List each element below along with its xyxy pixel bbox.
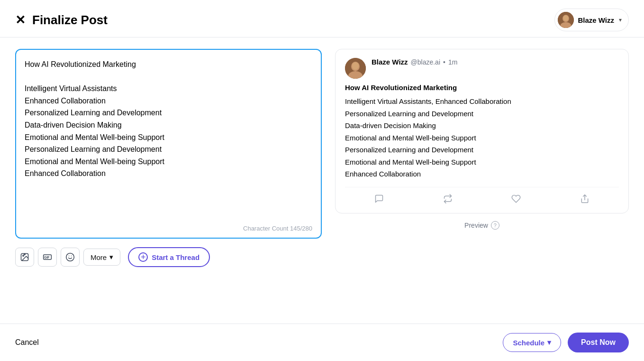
like-button[interactable] xyxy=(506,191,526,206)
schedule-button[interactable]: Schedule ▾ xyxy=(503,333,561,352)
post-editor[interactable]: How AI Revolutionized Marketing Intellig… xyxy=(25,58,312,221)
tweet-time: • xyxy=(443,58,445,66)
user-account-button[interactable]: Blaze Wizz ▾ xyxy=(554,9,629,31)
editor-toolbar: GIF More ▾ + Start a Thread xyxy=(15,247,322,267)
svg-point-3 xyxy=(563,15,569,21)
tweet-display-name: Blaze Wizz xyxy=(372,58,408,66)
reply-button[interactable] xyxy=(369,191,390,206)
x-logo-icon: ✕ xyxy=(15,14,26,26)
tweet-body: Intelligent Virtual Assistants, Enhanced… xyxy=(345,95,619,180)
schedule-label: Schedule xyxy=(513,339,544,347)
tweet-actions xyxy=(345,187,619,206)
editor-wrapper: How AI Revolutionized Marketing Intellig… xyxy=(15,49,322,239)
add-image-button[interactable] xyxy=(15,248,34,267)
footer-right: Schedule ▾ Post Now xyxy=(503,333,629,352)
header: ✕ Finalize Post Blaze Wizz ▾ xyxy=(0,0,644,37)
tweet-timestamp: 1m xyxy=(448,58,457,66)
preview-help-icon[interactable]: ? xyxy=(491,221,499,230)
editor-panel: How AI Revolutionized Marketing Intellig… xyxy=(15,49,322,324)
add-emoji-button[interactable] xyxy=(61,248,80,267)
cancel-button[interactable]: Cancel xyxy=(15,334,39,351)
tweet-title: How AI Revolutionized Marketing xyxy=(345,83,619,92)
more-button[interactable]: More ▾ xyxy=(83,249,120,266)
preview-panel: Blaze Wizz @blaze.ai • 1m How AI Revolut… xyxy=(335,49,629,324)
start-thread-button[interactable]: + Start a Thread xyxy=(128,247,210,267)
chevron-down-icon: ▾ xyxy=(547,338,551,347)
page-title: Finalize Post xyxy=(32,13,108,28)
footer: Cancel Schedule ▾ Post Now xyxy=(0,324,644,361)
tweet-header: Blaze Wizz @blaze.ai • 1m xyxy=(345,58,619,79)
post-now-button[interactable]: Post Now xyxy=(568,333,629,352)
svg-point-5 xyxy=(23,255,24,257)
tweet-meta: Blaze Wizz @blaze.ai • 1m xyxy=(372,58,457,66)
header-left: ✕ Finalize Post xyxy=(15,13,108,28)
tweet-avatar xyxy=(345,58,366,79)
character-count: Character Count 145/280 xyxy=(25,225,312,232)
chevron-down-icon: ▾ xyxy=(109,253,113,261)
user-name: Blaze Wizz xyxy=(578,16,614,24)
share-button[interactable] xyxy=(574,191,595,206)
start-thread-label: Start a Thread xyxy=(152,253,200,261)
svg-point-17 xyxy=(352,62,359,70)
add-gif-button[interactable]: GIF xyxy=(38,248,57,267)
tweet-name-row: Blaze Wizz @blaze.ai • 1m xyxy=(372,58,457,66)
preview-text: Preview xyxy=(464,222,488,229)
svg-text:GIF: GIF xyxy=(44,256,49,259)
retweet-button[interactable] xyxy=(437,191,458,206)
tweet-handle: @blaze.ai xyxy=(411,58,440,66)
tweet-preview-card: Blaze Wizz @blaze.ai • 1m How AI Revolut… xyxy=(335,49,629,213)
more-label: More xyxy=(91,253,107,261)
main-content: How AI Revolutionized Marketing Intellig… xyxy=(0,37,644,324)
chevron-down-icon: ▾ xyxy=(619,17,622,23)
avatar xyxy=(558,12,574,28)
svg-point-11 xyxy=(66,253,74,261)
plus-circle-icon: + xyxy=(138,252,148,262)
preview-label-row: Preview ? xyxy=(464,221,499,230)
